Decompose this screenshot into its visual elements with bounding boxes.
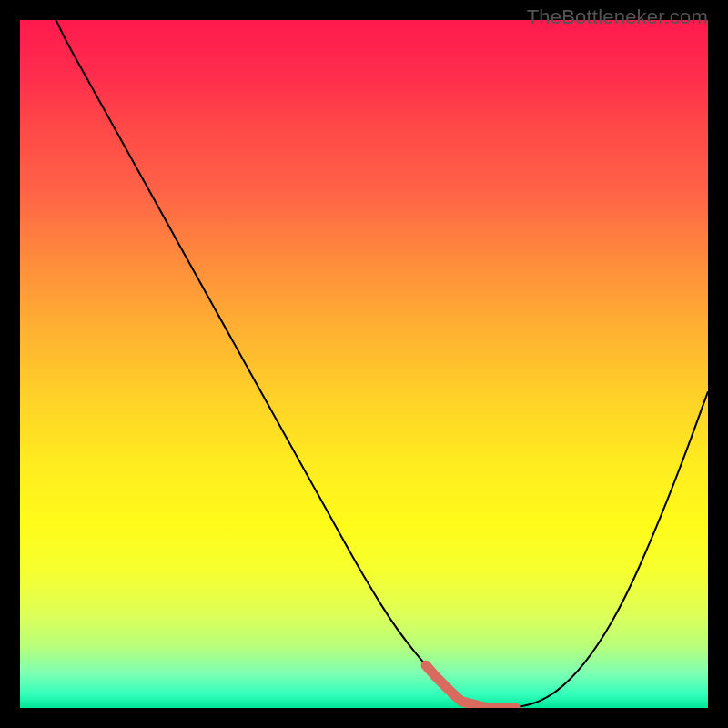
watermark-label: TheBottleneker.com — [527, 5, 708, 29]
chart-container: TheBottleneker.com — [0, 0, 728, 728]
plot-gradient-background — [20, 20, 708, 708]
